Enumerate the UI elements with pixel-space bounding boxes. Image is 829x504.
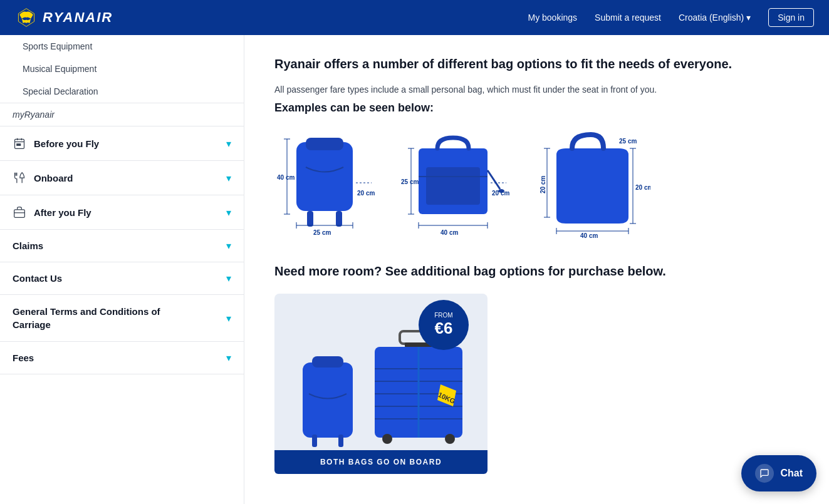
before-fly-section: Before you Fly ▾ bbox=[0, 126, 244, 161]
onboard-label: Onboard bbox=[34, 173, 73, 183]
laptop-bag-svg: 25 cm 40 cm bbox=[400, 133, 513, 239]
sidebar-item-special-declaration[interactable]: Special Declaration bbox=[0, 80, 244, 103]
logo-link[interactable]: RYANAIR bbox=[15, 6, 113, 29]
onboard-header[interactable]: Onboard ▾ bbox=[0, 161, 244, 195]
claims-header[interactable]: Claims ▾ bbox=[0, 230, 244, 262]
contact-header[interactable]: Contact Us ▾ bbox=[0, 262, 244, 294]
chat-widget[interactable]: Chat bbox=[741, 455, 816, 491]
svg-text:20 cm: 20 cm bbox=[635, 184, 650, 191]
svg-point-66 bbox=[382, 434, 392, 444]
examples-label: Examples can be seen below: bbox=[274, 101, 799, 115]
terms-header[interactable]: General Terms and Conditions of Carriage… bbox=[0, 295, 244, 341]
body-text: All passenger fare types include a small… bbox=[274, 83, 799, 96]
price-badge: FROM €6 bbox=[419, 300, 469, 350]
utensils-icon bbox=[13, 171, 26, 185]
price-label: €6 bbox=[435, 319, 453, 338]
calendar-icon bbox=[13, 136, 26, 150]
after-fly-label: After you Fly bbox=[34, 207, 91, 218]
svg-rect-32 bbox=[426, 167, 480, 205]
fees-chevron: ▾ bbox=[226, 352, 231, 364]
main-content: Ryanair offers a number of different bag… bbox=[244, 35, 829, 504]
contact-label: Contact Us bbox=[13, 273, 62, 284]
svg-rect-56 bbox=[338, 435, 343, 447]
before-fly-label: Before you Fly bbox=[34, 138, 99, 149]
svg-rect-54 bbox=[312, 356, 343, 368]
terms-section: General Terms and Conditions of Carriage… bbox=[0, 295, 244, 342]
backpack-example: 40 cm 25 cm 20 cm bbox=[274, 133, 375, 239]
svg-rect-55 bbox=[312, 435, 317, 447]
svg-text:20 cm: 20 cm bbox=[540, 176, 546, 193]
svg-point-67 bbox=[445, 434, 455, 444]
sidebar-item-musical-equipment[interactable]: Musical Equipment bbox=[0, 58, 244, 80]
sidebar: Sports Equipment Musical Equipment Speci… bbox=[0, 35, 244, 504]
terms-label: General Terms and Conditions of Carriage bbox=[13, 305, 188, 331]
handbag-example: 20 cm 20 cm 25 cm 40 cm bbox=[538, 130, 650, 239]
svg-rect-18 bbox=[336, 211, 342, 227]
intro-heading: Ryanair offers a number of different bag… bbox=[274, 55, 799, 73]
svg-text:40 cm: 40 cm bbox=[580, 232, 598, 239]
terms-chevron: ▾ bbox=[226, 312, 231, 324]
claims-chevron: ▾ bbox=[226, 240, 231, 252]
after-fly-chevron: ▾ bbox=[226, 207, 231, 219]
fees-header[interactable]: Fees ▾ bbox=[0, 342, 244, 374]
after-fly-section: After you Fly ▾ bbox=[0, 195, 244, 230]
svg-text:20 cm: 20 cm bbox=[492, 190, 509, 197]
claims-section: Claims ▾ bbox=[0, 230, 244, 262]
promo-backpack-svg bbox=[293, 337, 368, 450]
svg-text:25 cm: 25 cm bbox=[401, 178, 419, 185]
after-fly-header[interactable]: After you Fly ▾ bbox=[0, 195, 244, 229]
onboard-chevron: ▾ bbox=[226, 172, 231, 184]
logo-text: RYANAIR bbox=[43, 9, 113, 26]
site-header: RYANAIR My bookings Submit a request Cro… bbox=[0, 0, 829, 35]
contact-section: Contact Us ▾ bbox=[0, 262, 244, 295]
logo-icon bbox=[15, 6, 38, 29]
myryanair-label[interactable]: myRyanair bbox=[0, 103, 244, 126]
svg-rect-17 bbox=[307, 211, 313, 227]
sign-in-button[interactable]: Sign in bbox=[768, 8, 814, 27]
contact-chevron: ▾ bbox=[226, 272, 231, 284]
svg-text:25 cm: 25 cm bbox=[619, 138, 637, 145]
claims-label: Claims bbox=[13, 240, 43, 251]
before-fly-chevron: ▾ bbox=[226, 138, 231, 150]
backpack-svg: 40 cm 25 cm 20 cm bbox=[274, 133, 375, 239]
briefcase-icon bbox=[13, 205, 26, 219]
myryanair-section: myRyanair bbox=[0, 103, 244, 126]
from-label: FROM bbox=[434, 312, 452, 319]
laptop-bag-example: 25 cm 40 cm bbox=[400, 133, 513, 239]
fees-section: Fees ▾ bbox=[0, 342, 244, 374]
svg-rect-53 bbox=[303, 363, 353, 438]
svg-rect-15 bbox=[296, 142, 353, 211]
page-layout: Sports Equipment Musical Equipment Speci… bbox=[0, 35, 829, 504]
svg-rect-9 bbox=[14, 210, 25, 218]
special-items-section: Sports Equipment Musical Equipment Speci… bbox=[0, 35, 244, 103]
svg-rect-7 bbox=[19, 144, 21, 146]
svg-text:40 cm: 40 cm bbox=[441, 229, 458, 236]
before-fly-header[interactable]: Before you Fly ▾ bbox=[0, 126, 244, 160]
chat-label: Chat bbox=[780, 468, 803, 479]
sidebar-item-sports-equipment[interactable]: Sports Equipment bbox=[0, 35, 244, 58]
handbag-svg: 20 cm 20 cm 25 cm 40 cm bbox=[538, 130, 650, 239]
svg-text:25 cm: 25 cm bbox=[313, 229, 331, 236]
svg-text:20 cm: 20 cm bbox=[357, 190, 375, 197]
bag-examples: 40 cm 25 cm 20 cm bbox=[274, 130, 799, 239]
svg-line-30 bbox=[487, 170, 500, 189]
language-selector[interactable]: Croatia (English) ▾ bbox=[679, 13, 751, 23]
header-nav: My bookings Submit a request Croatia (En… bbox=[528, 8, 814, 27]
fees-label: Fees bbox=[13, 352, 34, 363]
chat-icon bbox=[755, 464, 774, 483]
need-more-text: Need more room? See additional bag optio… bbox=[274, 264, 799, 279]
my-bookings-link[interactable]: My bookings bbox=[528, 13, 577, 23]
svg-rect-16 bbox=[306, 138, 343, 150]
submit-request-link[interactable]: Submit a request bbox=[595, 13, 661, 23]
chevron-down-icon: ▾ bbox=[746, 13, 751, 23]
banner: BOTH BAGS GO ON BOARD bbox=[274, 450, 487, 474]
svg-text:40 cm: 40 cm bbox=[277, 174, 295, 181]
promo-section: FROM €6 bbox=[274, 294, 487, 474]
onboard-section: Onboard ▾ bbox=[0, 161, 244, 195]
svg-rect-6 bbox=[17, 144, 18, 146]
